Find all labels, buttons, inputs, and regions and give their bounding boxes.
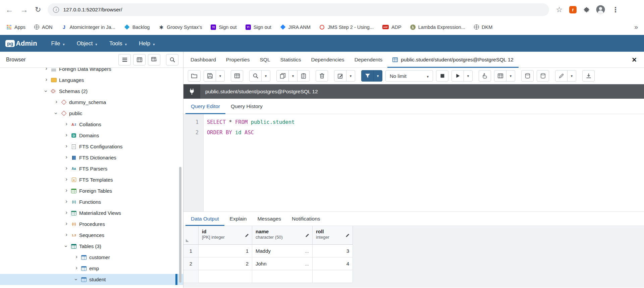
expand-cell-button[interactable]: ... <box>305 248 309 254</box>
bookmark-apps[interactable]: Apps <box>6 24 25 30</box>
bookmark-lambda[interactable]: Lambda Expression... <box>410 25 465 30</box>
save-data-changes-button[interactable] <box>231 70 243 82</box>
hand-pointer-button[interactable] <box>479 70 491 82</box>
bookmark-signout-1[interactable]: Sign out <box>211 25 236 30</box>
tree-item-fts-dictionaries[interactable]: FTS Dictionaries <box>0 152 183 163</box>
table-options-button[interactable] <box>494 70 506 82</box>
tree-item-foreign-data-wrappers[interactable]: Foreign Data Wrappers <box>0 68 183 75</box>
tab-messages[interactable]: Messages <box>252 212 286 226</box>
tab-properties[interactable]: Properties <box>221 52 255 67</box>
tab-query-tool[interactable]: public.student/student/postgres@PostgreS… <box>387 52 519 67</box>
tab-explain[interactable]: Explain <box>224 212 252 226</box>
chevron-right-icon[interactable] <box>64 122 69 127</box>
open-file-button[interactable] <box>188 70 201 82</box>
chevron-right-icon[interactable] <box>44 68 49 72</box>
find-button[interactable] <box>249 70 262 82</box>
tab-query-history[interactable]: Query History <box>225 99 268 114</box>
address-bar[interactable]: 127.0.0.1:52027/browser/ <box>48 3 549 16</box>
commit-button[interactable] <box>521 70 534 82</box>
bookmark-jms[interactable]: JMS Step 2 - Using... <box>319 24 374 30</box>
tab-dependencies[interactable]: Dependencies <box>306 52 350 67</box>
tree-item-sequences[interactable]: Sequences <box>0 230 183 241</box>
execute-button[interactable] <box>451 70 464 82</box>
chevron-right-icon[interactable] <box>64 199 69 205</box>
extension-icon[interactable] <box>569 6 577 13</box>
tree-item-emp[interactable]: emp <box>0 263 183 274</box>
bookmark-jira[interactable]: JIRA ANM <box>280 24 311 30</box>
expand-cell-button[interactable]: ... <box>305 261 309 267</box>
browser-menu-icon[interactable] <box>612 6 619 13</box>
site-info-icon[interactable] <box>53 7 59 13</box>
forward-button[interactable] <box>20 6 28 14</box>
cell-id[interactable]: 2 <box>199 257 252 270</box>
paste-button[interactable] <box>297 70 310 82</box>
cell-name[interactable]: John... <box>252 257 313 270</box>
row-number[interactable]: 2 <box>183 257 199 270</box>
extensions-puzzle-icon[interactable] <box>583 7 589 13</box>
bookmark-adp[interactable]: ADP <box>382 25 401 30</box>
filter-dropdown-button[interactable] <box>373 70 382 82</box>
tree-item-public[interactable]: public <box>0 108 183 119</box>
execute-dropdown-button[interactable] <box>464 70 473 82</box>
select-all-corner[interactable] <box>183 226 199 245</box>
query-tool-button[interactable] <box>118 54 131 65</box>
tree-item-materialized-views[interactable]: Materialized Views <box>0 207 183 219</box>
edit-dropdown-button[interactable] <box>346 70 355 82</box>
chevron-right-icon[interactable] <box>64 155 69 160</box>
chevron-right-icon[interactable] <box>44 77 49 83</box>
row-number[interactable] <box>183 270 199 283</box>
bookmark-star-icon[interactable] <box>556 6 562 13</box>
chevron-right-icon[interactable] <box>64 166 69 172</box>
chevron-down-icon[interactable] <box>64 243 69 249</box>
chevron-down-icon[interactable] <box>54 110 59 116</box>
cancel-query-button[interactable] <box>436 70 448 82</box>
bookmark-groovy[interactable]: Groovy Syntax's <box>158 24 202 30</box>
menu-object[interactable]: Object <box>77 40 97 47</box>
chevron-right-icon[interactable] <box>64 188 69 194</box>
clear-query-dropdown-button[interactable] <box>567 70 576 82</box>
chevron-down-icon[interactable] <box>44 88 49 94</box>
tree-item-procedures[interactable]: Procedures <box>0 219 183 230</box>
tab-notifications[interactable]: Notifications <box>286 212 325 226</box>
search-objects-button[interactable] <box>166 54 178 65</box>
bookmark-dkm[interactable]: DKM <box>474 25 492 30</box>
profile-avatar[interactable] <box>596 5 605 14</box>
column-header-roll[interactable]: roll integer <box>313 226 353 245</box>
tree-item-domains[interactable]: Domains <box>0 130 183 141</box>
tree-item-schemas[interactable]: Schemas (2) <box>0 86 183 97</box>
chevron-right-icon[interactable] <box>64 221 69 227</box>
reload-button[interactable] <box>35 6 41 13</box>
chevron-right-icon[interactable] <box>64 144 69 149</box>
bookmark-backlog[interactable]: Backlog <box>124 24 150 30</box>
chevron-right-icon[interactable] <box>74 266 79 271</box>
tree-item-functions[interactable]: Functions <box>0 196 183 207</box>
chevron-right-icon[interactable] <box>54 99 59 105</box>
edit-column-icon[interactable] <box>305 233 310 237</box>
back-button[interactable] <box>5 6 13 14</box>
copy-button[interactable] <box>276 70 289 82</box>
bookmarks-overflow-icon[interactable] <box>634 23 638 31</box>
edit-button[interactable] <box>334 70 346 82</box>
menu-file[interactable]: File <box>51 40 65 47</box>
filter-button[interactable] <box>361 70 374 82</box>
copy-dropdown-button[interactable] <box>288 70 298 82</box>
cell-roll[interactable]: 3 <box>313 245 353 257</box>
menu-help[interactable]: Help <box>139 40 155 47</box>
cell-name[interactable] <box>252 270 313 283</box>
tree-item-fts-parsers[interactable]: FTS Parsers <box>0 163 183 174</box>
column-header-name[interactable]: name character (50) <box>252 226 313 245</box>
clear-query-button[interactable] <box>555 70 568 82</box>
row-number[interactable]: 1 <box>183 245 199 257</box>
filtered-rows-button[interactable] <box>148 54 160 65</box>
rollback-button[interactable] <box>537 70 549 82</box>
tab-dependents[interactable]: Dependents <box>350 52 388 67</box>
column-header-id[interactable]: id [PK] integer <box>199 226 252 245</box>
tab-query-editor[interactable]: Query Editor <box>185 99 225 114</box>
sidebar-scrollbar[interactable] <box>179 167 181 283</box>
cell-id[interactable]: 1 <box>199 245 252 257</box>
cell-roll[interactable] <box>313 270 353 283</box>
chevron-down-icon[interactable] <box>74 277 79 282</box>
chevron-right-icon[interactable] <box>64 133 69 138</box>
bookmark-signout-2[interactable]: Sign out <box>246 25 271 30</box>
chevron-right-icon[interactable] <box>64 210 69 216</box>
